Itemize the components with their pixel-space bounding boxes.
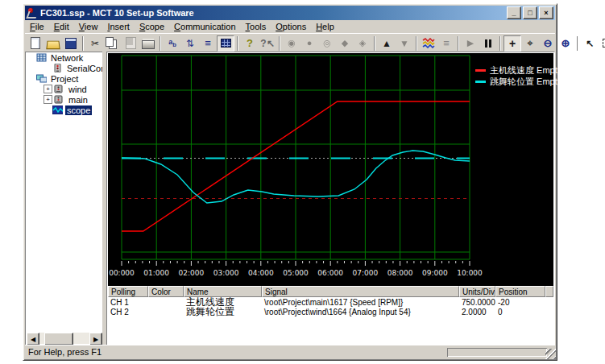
svg-text:03:000: 03:000 (213, 269, 239, 277)
status-panel (447, 348, 547, 357)
menu-options[interactable]: Options (271, 21, 311, 32)
menu-help[interactable]: Help (311, 21, 339, 32)
tree-item-label: main (67, 95, 89, 105)
svg-text:05:000: 05:000 (283, 269, 309, 277)
column-header-signal[interactable]: Signal (262, 286, 459, 297)
svg-text:08:000: 08:000 (387, 269, 413, 277)
window-title: FC301.ssp - MCT 10 Set-up Software (40, 8, 505, 18)
toolbar-separator (499, 36, 501, 51)
toolbar-button-zoom-box-icon[interactable] (599, 35, 605, 52)
position-cell: 0 (495, 308, 545, 316)
toolbar-button-crosshair-cursor-icon[interactable]: + (503, 35, 521, 52)
status-message: For Help, press F1 (25, 347, 447, 357)
toolbar-button-cut-icon[interactable]: ✂ (86, 35, 104, 52)
toolbar-button-move-up-icon[interactable]: ▲ (378, 35, 396, 52)
menu-communication[interactable]: Communication (169, 21, 240, 32)
minimize-button[interactable]: _ (507, 6, 521, 19)
scope-chart-area[interactable]: 00:00001:00002:00003:00004:00005:00006:0… (108, 53, 553, 286)
svg-text:01:000: 01:000 (143, 269, 169, 277)
scope-panel: 00:00001:00002:00003:00004:00005:00006:0… (106, 52, 555, 345)
application-window: FC301.ssp - MCT 10 Set-up Software _ □ ×… (23, 3, 557, 361)
tree-item-label: scope (65, 105, 92, 115)
client-area: NetworkSerialComProject+wind+mainscope ◀… (25, 52, 555, 345)
toolbar-button-connect-drive-icon: ◉ (283, 35, 300, 52)
toolbar-button-grid-view-icon[interactable] (217, 35, 234, 52)
toolbar-button-read-from-drive-icon: ◈ (354, 35, 371, 52)
toolbar-button-paste-icon (122, 35, 139, 52)
signal-cell: \root\Project\main\1617 {Speed [RPM]} (262, 298, 459, 307)
units-div-cell: 750.0000 (459, 298, 495, 307)
toolbar-button-scope-lines-icon[interactable]: ≡ (437, 35, 455, 52)
toolbar-button-start-scope-icon: ▶ (462, 35, 479, 52)
tree-item-network[interactable]: Network (26, 52, 103, 63)
network-icon (36, 53, 47, 62)
channel-row-ch2[interactable]: CH 2跳舞轮位置\root\Project\wind\1664 {Analog… (108, 307, 553, 316)
toolbar-separator (416, 36, 417, 51)
toolbar-button-new-icon[interactable] (27, 35, 44, 52)
toolbar: ✂ab⇅≡??↖◉●◎◆◈▲▼≡▶+⌖⊖⊕↖→| (25, 33, 555, 53)
status-bar: For Help, press F1 (25, 345, 555, 358)
column-header-position[interactable]: Position (495, 286, 545, 297)
column-header-polling[interactable]: Polling (108, 286, 148, 297)
tree-item-label: wind (67, 85, 89, 94)
tree-item-serialcom[interactable]: SerialCom (26, 63, 103, 73)
legend-label: 主机线速度 Empty (490, 64, 561, 77)
expand-plus-icon[interactable]: + (44, 95, 52, 104)
toolbar-button-pause-scope-icon[interactable] (479, 35, 497, 52)
toolbar-button-context-help-icon[interactable]: ?↖ (259, 35, 276, 52)
menu-view[interactable]: View (74, 21, 103, 32)
toolbar-button-copy-icon[interactable] (104, 35, 122, 52)
column-header-units-div[interactable]: Units/Div (459, 286, 495, 297)
toolbar-button-scope-waves-icon[interactable] (420, 35, 437, 52)
channel-cell: CH 2 (108, 308, 148, 316)
toolbar-separator (279, 36, 280, 51)
scroll-left-arrow-icon[interactable]: ◀ (27, 333, 39, 345)
toolbar-button-track-cursor-icon[interactable]: ⌖ (521, 35, 539, 52)
title-bar[interactable]: FC301.ssp - MCT 10 Set-up Software _ □ × (25, 6, 555, 20)
menu-file[interactable]: File (25, 21, 49, 32)
project-icon (36, 74, 47, 83)
tree-item-scope[interactable]: scope (26, 105, 103, 115)
name-cell: 跳舞轮位置 (184, 305, 262, 319)
toolbar-button-print-icon[interactable] (139, 35, 157, 52)
maximize-button[interactable]: □ (523, 6, 537, 19)
chart-legend: 主机线速度 Empty跳舞轮位置 Empty (475, 64, 561, 87)
svg-text:06:000: 06:000 (317, 269, 343, 277)
menu-edit[interactable]: Edit (49, 21, 74, 32)
svg-text:10:000: 10:000 (457, 269, 483, 277)
channel-row-ch1[interactable]: CH 1主机线速度\root\Project\main\1617 {Speed … (108, 297, 553, 307)
legend-color-dash (475, 81, 486, 83)
toolbar-button-zoom-in-icon[interactable]: ⊕ (557, 35, 574, 52)
tree-item-project[interactable]: Project (26, 73, 103, 84)
toolbar-button-sort-parameters-icon[interactable]: ⇅ (181, 35, 199, 52)
menu-insert[interactable]: Insert (102, 21, 135, 32)
resize-grip[interactable] (545, 349, 556, 359)
close-button[interactable]: × (539, 6, 553, 19)
tree-horizontal-scrollbar[interactable]: ◀ ▶ (27, 333, 102, 344)
menu-scope[interactable]: Scope (135, 21, 169, 32)
column-header-color[interactable]: Color (148, 286, 184, 297)
channel-cell: CH 1 (108, 298, 148, 307)
toolbar-button-zoom-out-icon[interactable]: ⊖ (539, 35, 557, 52)
menu-tools[interactable]: Tools (241, 21, 271, 32)
expand-plus-icon[interactable]: + (44, 85, 52, 93)
scope-icon (52, 105, 63, 114)
legend-color-dash (475, 69, 486, 72)
toolbar-button-move-down-icon: ▼ (396, 35, 413, 52)
scroll-right-arrow-icon[interactable]: ▶ (89, 333, 102, 345)
toolbar-button-open-icon[interactable] (44, 35, 62, 52)
toolbar-button-parameter-list-icon[interactable]: ≡ (199, 35, 217, 52)
scrollbar-thumb[interactable] (44, 333, 73, 345)
menu-bar: FileEditViewInsertScopeCommunicationTool… (25, 20, 555, 33)
toolbar-button-record-icon: ◎ (318, 35, 336, 52)
svg-text:00:000: 00:000 (109, 269, 135, 277)
toolbar-button-select-pointer-icon[interactable]: ↖ (581, 35, 599, 52)
table-header-row: PollingColorNameSignalUnits/DivPosition (108, 286, 553, 297)
tree-item-main[interactable]: +main (26, 94, 103, 105)
project-tree-panel[interactable]: NetworkSerialComProject+wind+mainscope ◀… (25, 52, 104, 345)
toolbar-button-help-icon[interactable]: ? (241, 35, 259, 52)
tree-item-wind[interactable]: +wind (26, 84, 103, 94)
toolbar-button-save-icon[interactable] (62, 35, 80, 52)
toolbar-button-parameter-view-icon[interactable]: ab (164, 35, 181, 52)
serial-icon (52, 64, 63, 72)
